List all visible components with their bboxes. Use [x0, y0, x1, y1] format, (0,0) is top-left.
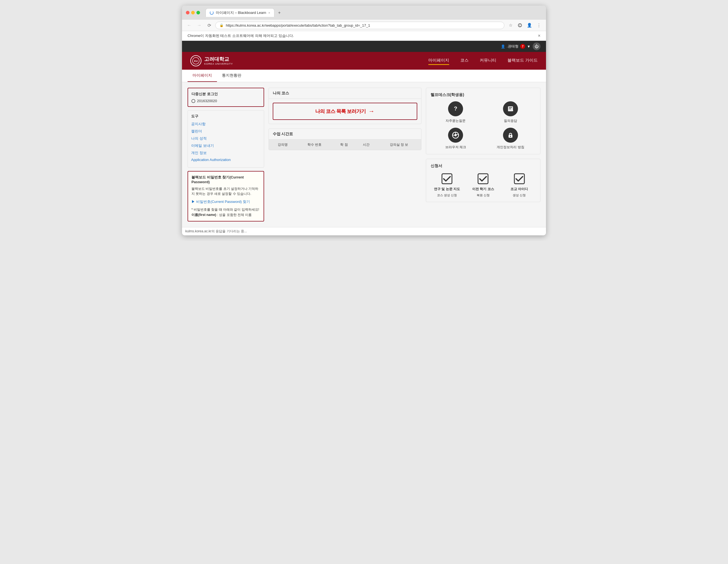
tab-mypage[interactable]: 마이페이지 — [188, 70, 217, 82]
radio-button[interactable] — [191, 99, 195, 103]
app-restore-label-main: 이전 학기 코스 — [472, 187, 494, 191]
nav-mypage[interactable]: 마이페이지 — [428, 57, 449, 65]
browser-check-item[interactable]: 브라우저 체크 — [431, 128, 481, 150]
faq-icon: ? — [448, 101, 463, 116]
back-button[interactable]: ← — [185, 21, 193, 29]
password-link[interactable]: 비밀번호(Current Password) 찾기 — [191, 199, 250, 204]
helpdesk-section: 헬프데스크(학생용) ? 자주묻는질문 — [426, 88, 540, 154]
helpdesk-icon-grid: ? 자주묻는질문 — [431, 101, 536, 150]
col-course-num: 학수 번호 — [297, 140, 333, 150]
app-ta-label-main: 조교 아이디 — [510, 187, 528, 191]
course-link-text: 나의 코스 목록 보러가기 — [315, 108, 366, 115]
browser-titlebar: 마이페이지 – Blackboard Learn × + — [182, 6, 546, 20]
tool-calendar[interactable]: 캘린더 — [191, 129, 261, 134]
new-tab-button[interactable]: + — [276, 9, 283, 16]
tab-close-button[interactable]: × — [268, 11, 270, 14]
svg-text:KU: KU — [194, 60, 198, 62]
course-section: 나의 코스 나의 코스 목록 보러가기 → — [269, 88, 421, 124]
name-instruction: 이름(first name) : 성을 포함한 전체 이름 — [191, 212, 260, 217]
address-bar[interactable]: 🔒 https://kulms.korea.ac.kr/webapps/port… — [215, 22, 504, 29]
col-time: 시간 — [356, 140, 377, 150]
right-column: 헬프데스크(학생용) ? 자주묻는질문 — [426, 88, 540, 221]
content-grid: 다중신분 로그인 2016320020 도구 공지사항 캘린더 나의 성적 이메… — [188, 88, 540, 221]
username: .권태형 — [507, 44, 519, 49]
tool-email[interactable]: 이메일 보내기 — [191, 143, 261, 148]
col-room: 강의실 정 보 — [377, 140, 421, 150]
tool-announcements[interactable]: 공지사항 — [191, 121, 261, 126]
tool-personal-info[interactable]: 개인 정보 — [191, 150, 261, 155]
close-button[interactable] — [186, 11, 189, 14]
svg-text:?: ? — [454, 105, 457, 112]
password-note-text: * 비밀번호를 찾을 때 아래와 같이 입력하세요! — [191, 207, 260, 212]
tab-notifications[interactable]: 통지현황판 — [217, 70, 246, 82]
page-tabs: 마이페이지 통지현황판 — [182, 70, 546, 82]
svg-point-9 — [510, 136, 511, 137]
bookmark-icon[interactable]: ☆ — [507, 21, 514, 29]
left-column: 다중신분 로그인 2016320020 도구 공지사항 캘린더 나의 성적 이메… — [188, 88, 264, 221]
info-bar-close-button[interactable]: × — [538, 33, 540, 38]
qna-item[interactable]: 질의응답 — [485, 101, 536, 123]
application-section: 신청서 연구 및 논문 지도 코스 생성 신청 — [426, 159, 540, 202]
user-info: 👤 .권태형 7 ▼ — [501, 44, 531, 49]
student-id-item: 2016320020 — [191, 99, 260, 103]
name-label: 이름(first name) — [191, 213, 216, 217]
course-link-arrow: → — [368, 108, 375, 115]
course-link-box[interactable]: 나의 코스 목록 보러가기 → — [273, 103, 417, 120]
login-title: 다중신분 로그인 — [191, 92, 260, 97]
tools-section: 도구 공지사항 캘린더 나의 성적 이메일 보내기 개인 정보 Applicat… — [188, 110, 264, 168]
app-research-label-main: 연구 및 논문 지도 — [434, 187, 460, 191]
toolbar-icons: ☆ C 👤 ⋮ — [507, 21, 543, 29]
privacy-item[interactable]: 개인정보처리 방침 — [485, 128, 536, 150]
app-ta-item[interactable]: 조교 아이디 생성 신청 — [503, 172, 536, 197]
status-text: kulms.korea.ac.kr의 응답을 기다리는 중... — [185, 229, 247, 233]
schedule-header-row: 강의명 학수 번호 학 점 시간 강의실 정 보 — [269, 140, 421, 150]
qna-icon — [503, 101, 518, 116]
check-icon-ta — [513, 172, 526, 185]
active-tab[interactable]: 마이페이지 – Blackboard Learn × — [206, 8, 274, 17]
status-bar: kulms.korea.ac.kr의 응답을 기다리는 중... — [182, 227, 546, 235]
user-icon: 👤 — [501, 44, 505, 49]
tab-title: 마이페이지 – Blackboard Learn — [216, 10, 266, 15]
password-note: * 비밀번호를 찾을 때 아래와 같이 입력하세요! 이름(first name… — [191, 207, 260, 217]
traffic-lights — [186, 11, 200, 14]
site-header: KU 고려대학교 KOREA UNIVERSITY 마이페이지 코스 커뮤니티 … — [182, 52, 546, 70]
app-research-label-sub: 코스 생성 신청 — [437, 193, 457, 197]
app-research-item[interactable]: 연구 및 논문 지도 코스 생성 신청 — [431, 172, 463, 197]
schedule-section: 수업 시간표 강의명 학수 번호 학 점 시간 강의실 정 보 — [269, 128, 421, 150]
password-desc: 블랙보드 비밀번호를 초기 설정하거나 기억하지 못하는 경우 새로 설정할 수… — [191, 186, 260, 196]
account-icon[interactable]: 👤 — [525, 21, 533, 29]
nav-community[interactable]: 커뮤니티 — [480, 57, 496, 65]
university-name-english: KOREA UNIVERSITY — [204, 62, 233, 65]
app-restore-item[interactable]: 이전 학기 코스 복원 신청 — [467, 172, 499, 197]
tool-app-authorization[interactable]: Application Authorization — [191, 158, 261, 162]
tab-bar: 마이페이지 – Blackboard Learn × + — [206, 8, 542, 17]
forward-button[interactable]: → — [195, 21, 203, 29]
svg-text:C: C — [519, 24, 521, 27]
check-icon-restore — [477, 172, 489, 185]
maximize-button[interactable] — [196, 11, 200, 14]
notification-badge[interactable]: 7 — [520, 44, 525, 49]
site-logo: KU 고려대학교 KOREA UNIVERSITY — [190, 55, 233, 66]
privacy-icon — [503, 128, 518, 143]
login-section: 다중신분 로그인 2016320020 — [188, 88, 264, 107]
menu-icon[interactable]: ⋮ — [535, 21, 543, 29]
middle-column: 나의 코스 나의 코스 목록 보러가기 → 수업 시간표 강의명 학수 번호 — [269, 88, 421, 221]
nav-courses[interactable]: 코스 — [460, 57, 469, 65]
nav-guide[interactable]: 블랙보드 가이드 — [507, 57, 538, 65]
browser-check-icon — [448, 128, 463, 143]
app-grid: 연구 및 논문 지도 코스 생성 신청 이전 학기 코스 — [431, 172, 536, 197]
logout-button[interactable]: ⏻ — [533, 42, 540, 50]
extension-icon[interactable]: C — [516, 21, 524, 29]
password-section: 블랙보드 비밀번호 찾기(Current Password) 블랙보드 비밀번호… — [188, 171, 264, 221]
main-content: 다중신분 로그인 2016320020 도구 공지사항 캘린더 나의 성적 이메… — [182, 82, 546, 227]
faq-item[interactable]: ? 자주묻는질문 — [431, 101, 481, 123]
tool-grades[interactable]: 나의 성적 — [191, 136, 261, 141]
helpdesk-title: 헬프데스크(학생용) — [431, 92, 536, 97]
password-title: 블랙보드 비밀번호 찾기(Current Password) — [191, 175, 260, 184]
reload-button[interactable]: ⟳ — [205, 21, 213, 29]
dropdown-icon[interactable]: ▼ — [527, 44, 530, 49]
application-title: 신청서 — [431, 163, 536, 168]
minimize-button[interactable] — [191, 11, 195, 14]
info-bar-text: Chrome이 자동화된 테스트 소프트웨어에 의해 제어되고 있습니다. — [188, 33, 294, 38]
lock-icon: 🔒 — [219, 23, 224, 27]
